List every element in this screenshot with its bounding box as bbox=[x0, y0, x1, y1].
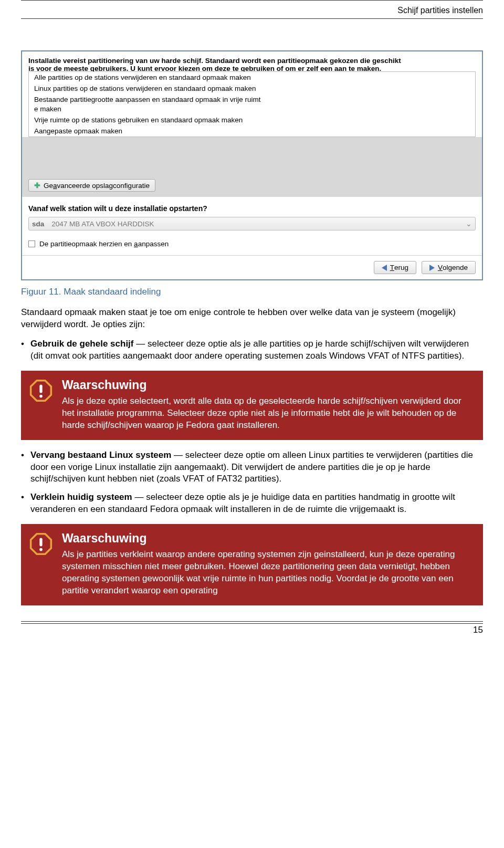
warning-icon bbox=[29, 378, 52, 432]
nav-bar: Terug Volgende bbox=[22, 255, 482, 279]
warning1-body: Als je deze optie selecteert, wordt alle… bbox=[62, 395, 474, 432]
svg-rect-4 bbox=[39, 538, 42, 547]
bullet-replace-linux: Vervang bestaand Linux systeem — selecte… bbox=[21, 449, 483, 486]
figure-caption: Figuur 11. Maak standaard indeling bbox=[21, 287, 483, 297]
arrow-left-icon bbox=[382, 265, 387, 271]
arrow-right-icon bbox=[429, 265, 435, 271]
bullet-shrink: Verklein huidig systeem — selecteer deze… bbox=[21, 491, 483, 516]
warning-content-1: Waarschuwing Als je deze optie selecteer… bbox=[62, 378, 474, 432]
option-resize-line2[interactable]: e maken bbox=[29, 105, 475, 114]
chevron-down-icon: ⌄ bbox=[466, 219, 472, 228]
svg-point-2 bbox=[39, 394, 43, 397]
adv-post: vanceerde opslagconfiguratie bbox=[57, 182, 150, 190]
next-accel: V bbox=[438, 264, 443, 271]
svg-point-5 bbox=[39, 548, 43, 551]
cb-pre: De partitieopmaak herzien en bbox=[39, 240, 134, 248]
warning-box-1: Waarschuwing Als je deze optie selecteer… bbox=[21, 371, 483, 440]
installer-screenshot: Installatie vereist partitionering van u… bbox=[21, 50, 483, 280]
advanced-storage-button[interactable]: ✚ Geavanceerde opslagconfiguratie bbox=[28, 179, 155, 192]
option-custom[interactable]: Aangepaste opmaak maken bbox=[29, 125, 475, 137]
boot-drive-dropdown[interactable]: sda 2047 MB ATA VBOX HARDDISK ⌄ bbox=[28, 217, 476, 231]
option-remove-all[interactable]: Alle partities op de stations verwijdere… bbox=[29, 72, 475, 83]
warning2-title: Waarschuwing bbox=[62, 531, 474, 546]
warning1-title: Waarschuwing bbox=[62, 378, 474, 392]
bullet3-bold: Verklein huidig systeem bbox=[30, 492, 132, 502]
warning-icon bbox=[29, 531, 52, 597]
boot-title: Vanaf welk station wilt u deze installat… bbox=[28, 204, 476, 213]
boot-sda: sda bbox=[32, 220, 44, 228]
bullet2-bold: Vervang bestaand Linux systeem bbox=[30, 450, 171, 460]
option-free-space[interactable]: Vrije ruimte op de stations gebruiken en… bbox=[29, 114, 475, 125]
partition-scheme-dropdown[interactable]: Alle partities op de stations verwijdere… bbox=[28, 71, 476, 137]
back-button[interactable]: Terug bbox=[374, 261, 416, 274]
option-remove-linux[interactable]: Linux partities op de stations verwijder… bbox=[29, 83, 475, 94]
cb-post: anpassen bbox=[138, 240, 169, 248]
bullet1-bold: Gebruik de gehele schijf bbox=[30, 339, 134, 349]
page-footer: 15 bbox=[21, 621, 483, 635]
drives-area: ✚ Geavanceerde opslagconfiguratie bbox=[22, 137, 482, 197]
svg-rect-1 bbox=[39, 384, 42, 393]
boot-disk-text: 2047 MB ATA VBOX HARDDISK bbox=[51, 220, 466, 228]
document-page: Schijf partities instellen Installatie v… bbox=[0, 0, 504, 651]
next-button[interactable]: Volgende bbox=[422, 261, 476, 274]
header-rule-top bbox=[21, 0, 483, 1]
header-title: Schijf partities instellen bbox=[21, 3, 483, 19]
next-label: olgende bbox=[443, 264, 468, 271]
option-resize-line1[interactable]: Bestaande partitiegrootte aanpassen en s… bbox=[29, 94, 475, 105]
boot-section: Vanaf welk station wilt u deze installat… bbox=[22, 197, 482, 234]
warning2-body: Als je partities verkleint waarop andere… bbox=[62, 549, 474, 597]
adv-pre: Ge bbox=[44, 182, 53, 190]
review-checkbox-row[interactable]: De partitieopmaak herzien en aanpassen bbox=[22, 234, 482, 255]
cb-accel: a bbox=[134, 240, 138, 248]
intro-paragraph: Standaard opmaak maken staat je toe om e… bbox=[21, 307, 483, 331]
page-number: 15 bbox=[473, 625, 483, 635]
back-label: erug bbox=[394, 264, 408, 271]
bullet-list-2: Vervang bestaand Linux systeem — selecte… bbox=[21, 449, 483, 516]
warning-content-2: Waarschuwing Als je partities verkleint … bbox=[62, 531, 474, 597]
adv-accel: a bbox=[53, 182, 57, 190]
plus-icon: ✚ bbox=[34, 181, 40, 190]
bullet-list-1: Gebruik de gehele schijf — selecteer dez… bbox=[21, 338, 483, 362]
back-accel: T bbox=[390, 264, 394, 271]
bullet-use-entire-drive: Gebruik de gehele schijf — selecteer dez… bbox=[21, 338, 483, 362]
intro-line-1: Installatie vereist partitionering van u… bbox=[28, 57, 476, 65]
checkbox-icon[interactable] bbox=[28, 240, 35, 247]
warning-box-2: Waarschuwing Als je partities verkleint … bbox=[21, 524, 483, 605]
